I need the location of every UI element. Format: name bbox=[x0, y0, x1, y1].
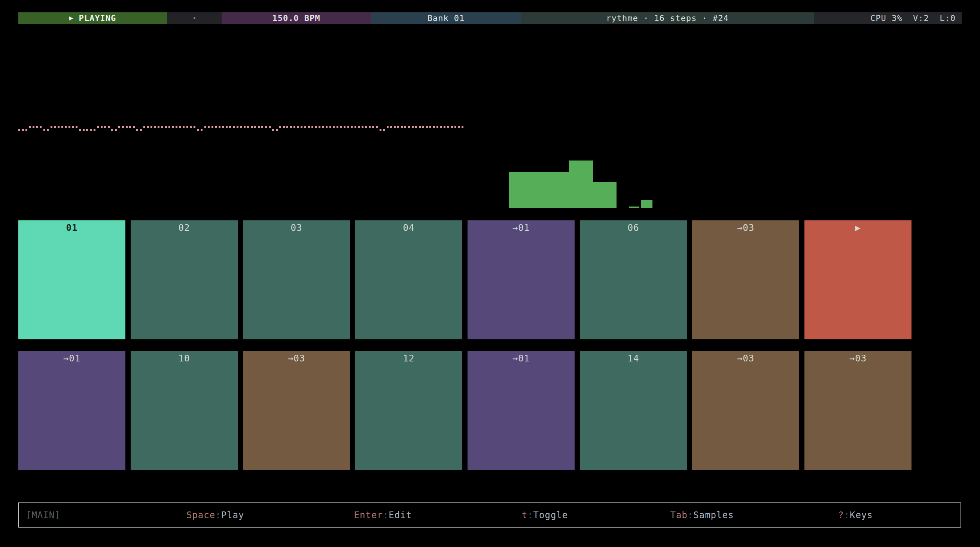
waveform-dot bbox=[279, 126, 281, 128]
waveform-dot bbox=[154, 126, 156, 128]
pad-r1c2[interactable]: 02 bbox=[130, 220, 238, 339]
waveform-dot bbox=[372, 126, 374, 128]
pad-r2c3[interactable]: →03 bbox=[243, 351, 350, 470]
bank-label: Bank 01 bbox=[428, 13, 465, 23]
waveform-dot bbox=[90, 129, 92, 131]
waveform-dot bbox=[286, 126, 288, 128]
waveform-dot bbox=[147, 126, 149, 128]
waveform-dot bbox=[258, 126, 260, 128]
waveform-dot bbox=[151, 126, 152, 128]
waveform-dot bbox=[315, 126, 317, 128]
waveform-dot bbox=[444, 126, 445, 128]
pad-label: 01 bbox=[66, 223, 78, 233]
bank-display: Bank 01 bbox=[371, 12, 521, 24]
pad-label: 12 bbox=[403, 353, 415, 364]
waveform-dot bbox=[233, 126, 235, 128]
meter-bar bbox=[593, 182, 617, 208]
key-hint-keys: ?:Keys bbox=[803, 499, 873, 531]
pad-r1c4[interactable]: 04 bbox=[355, 220, 462, 339]
waveform-dot bbox=[143, 126, 145, 128]
waveform-dot bbox=[269, 126, 270, 128]
bpm-value: 150.0 BPM bbox=[272, 13, 320, 23]
waveform-dot bbox=[118, 126, 120, 128]
waveform-dot bbox=[312, 126, 313, 128]
hint-separator: : bbox=[688, 510, 693, 520]
waveform-dot bbox=[383, 129, 385, 131]
meter-bar bbox=[569, 160, 593, 208]
pad-label: →03 bbox=[737, 223, 754, 233]
waveform-dot bbox=[22, 129, 24, 131]
waveform-dot bbox=[126, 126, 128, 128]
pad-r1c3[interactable]: 03 bbox=[243, 220, 350, 339]
waveform-dot bbox=[68, 126, 70, 128]
waveform-dot bbox=[197, 129, 199, 131]
waveform-dot bbox=[415, 126, 417, 128]
waveform-dot bbox=[25, 129, 27, 131]
waveform-dot bbox=[394, 126, 396, 128]
beat-indicator bbox=[167, 12, 222, 24]
pad-r2c1[interactable]: →01 bbox=[18, 351, 126, 470]
pad-r2c4[interactable]: 12 bbox=[355, 351, 462, 470]
waveform-dot bbox=[401, 126, 403, 128]
pad-r2c6[interactable]: 14 bbox=[580, 351, 687, 470]
meter-bar bbox=[509, 172, 569, 208]
waveform-dot bbox=[204, 126, 206, 128]
pad-label: →03 bbox=[737, 353, 754, 364]
waveform-dot bbox=[340, 126, 342, 128]
waveform-dot bbox=[101, 126, 103, 128]
waveform-dot bbox=[455, 126, 456, 128]
waveform-dot bbox=[426, 126, 428, 128]
waveform-dot bbox=[86, 129, 88, 131]
waveform-dot bbox=[283, 126, 285, 128]
pad-r1c8[interactable]: ▶ bbox=[805, 220, 912, 339]
key-hint-toggle: t:Toggle bbox=[487, 499, 568, 531]
pad-r2c7[interactable]: →03 bbox=[692, 351, 799, 470]
pad-label: →01 bbox=[512, 223, 530, 233]
waveform-dot bbox=[133, 126, 135, 128]
waveform-dot bbox=[175, 126, 177, 128]
pad-r2c5[interactable]: →01 bbox=[468, 351, 574, 470]
pad-label: 06 bbox=[628, 223, 640, 233]
pad-r1c1[interactable]: 01 bbox=[18, 220, 126, 339]
waveform-dot bbox=[94, 129, 95, 131]
waveform-dot bbox=[247, 126, 249, 128]
waveform-dot bbox=[244, 126, 245, 128]
waveform-dot bbox=[169, 126, 170, 128]
waveform-dot bbox=[358, 126, 360, 128]
pad-grid: 01020304→0106→03▶→0110→0312→0114→03→03 bbox=[18, 220, 912, 470]
waveform-dot bbox=[329, 126, 331, 128]
waveform-dot bbox=[387, 126, 388, 128]
waveform-dot bbox=[365, 126, 367, 128]
waveform-dot bbox=[251, 126, 253, 128]
waveform-dot bbox=[158, 126, 159, 128]
pad-r2c8[interactable]: →03 bbox=[805, 351, 912, 470]
beat-dot-icon bbox=[194, 17, 196, 19]
hint-key: Space bbox=[186, 510, 215, 520]
waveform-dot bbox=[440, 126, 442, 128]
hint-separator: : bbox=[215, 510, 221, 520]
waveform-dot bbox=[304, 126, 306, 128]
waveform-dot bbox=[461, 126, 463, 128]
pad-r1c7[interactable]: →03 bbox=[692, 220, 799, 339]
waveform-dot bbox=[433, 126, 435, 128]
waveform-dot bbox=[419, 126, 421, 128]
waveform-dot bbox=[261, 126, 263, 128]
system-status-label: CPU 3% V:2 L:0 bbox=[870, 13, 956, 23]
waveform-dot bbox=[40, 126, 41, 128]
waveform-dot bbox=[436, 126, 438, 128]
waveform-dot bbox=[43, 129, 45, 131]
hint-action: Keys bbox=[850, 510, 873, 520]
waveform-dot bbox=[412, 126, 414, 128]
play-icon: ▶ bbox=[69, 14, 74, 22]
pad-r2c2[interactable]: 10 bbox=[130, 351, 238, 470]
pad-r1c5[interactable]: →01 bbox=[468, 220, 574, 339]
pad-r1c6[interactable]: 06 bbox=[580, 220, 687, 339]
waveform-dot bbox=[369, 126, 371, 128]
bpm-display: 150.0 BPM bbox=[222, 12, 371, 24]
pad-label: 02 bbox=[178, 223, 190, 233]
waveform-dot bbox=[129, 126, 131, 128]
waveform-dot bbox=[222, 126, 224, 128]
waveform-dot bbox=[172, 126, 174, 128]
key-hint-samples: Tab:Samples bbox=[636, 499, 734, 531]
waveform-dot bbox=[326, 126, 328, 128]
